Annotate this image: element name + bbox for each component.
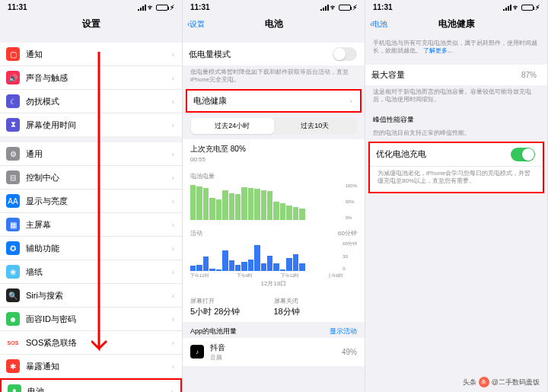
app-icon-douyin: ♪ (190, 345, 204, 359)
settings-row[interactable]: SOSSOS紧急联络› (0, 331, 182, 355)
chevron-right-icon: › (172, 50, 174, 59)
status-bar: 11:31 ᯤ ⚡︎ (0, 0, 182, 14)
nav-bar: ‹ 电池 电池健康 (365, 14, 547, 37)
chevron-right-icon: › (350, 97, 352, 105)
max-capacity-footer: 这是相对于新电池而言的电池容量。容量较低可能导致充电后，电池使用时间缩短。 (365, 85, 547, 107)
status-bar: 11:31 ᯤ⚡︎ (365, 0, 547, 14)
low-power-footer: 低电量模式将暂时降低如下载和邮件获取等后台活动，直至iPhone完全充电。 (183, 65, 365, 88)
optimize-footer: 为减缓电池老化，iPhone会学习您每日的充电模式，并暂缓充电至80%以上，直至… (370, 167, 543, 192)
page-title: 电池健康 (438, 18, 475, 30)
row-icon: ✪ (6, 241, 20, 255)
settings-row[interactable]: ⚙通用› (0, 142, 182, 166)
row-label: 显示与亮度 (26, 196, 172, 207)
battery-level-chart: 电池电量 100%50%0% (183, 167, 365, 225)
row-label: 辅助功能 (26, 243, 172, 254)
row-label: SOS紧急联络 (26, 337, 172, 349)
row-label: 暴露通知 (26, 361, 172, 372)
chevron-right-icon: › (172, 197, 174, 206)
low-power-row[interactable]: 低电量模式 (183, 43, 365, 65)
row-icon: ▢ (6, 47, 20, 61)
row-label: 主屏幕 (26, 219, 172, 231)
settings-row[interactable]: ▮电池› (0, 378, 182, 392)
row-icon: ⚙ (6, 147, 20, 161)
row-icon: AA (6, 194, 20, 208)
row-label: 通知 (26, 49, 172, 60)
chevron-right-icon: › (172, 97, 174, 106)
settings-row[interactable]: ⧗屏幕使用时间› (0, 113, 182, 136)
row-icon: ❀ (6, 265, 20, 279)
time-range-segment[interactable]: 过去24小时 过去10天 (190, 117, 357, 135)
settings-row[interactable]: 🔍Siri与搜索› (0, 284, 182, 308)
chevron-right-icon: › (172, 268, 174, 276)
back-button[interactable]: ‹ 电池 (370, 19, 387, 30)
chevron-right-icon: › (172, 362, 174, 371)
page-title: 设置 (82, 18, 100, 30)
row-label: Siri与搜索 (26, 290, 172, 301)
row-icon: ☾ (6, 94, 20, 108)
battery-health-panel: 11:31 ᯤ⚡︎ ‹ 电池 电池健康 手机电池与所有可充电电池类似，属于易耗部… (365, 0, 548, 392)
app-row[interactable]: ♪ 抖音 音频 49% (183, 338, 365, 366)
status-time: 11:31 (8, 3, 27, 11)
row-label: 面容ID与密码 (26, 314, 172, 325)
settings-row[interactable]: ⊟控制中心› (0, 166, 182, 190)
max-capacity-row: 最大容量 87% (365, 65, 547, 85)
row-icon: ⊟ (6, 171, 20, 184)
settings-row[interactable]: ☻面容ID与密码› (0, 308, 182, 331)
battery-health-content[interactable]: 手机电池与所有可充电电池类似，属于易耗部件，使用时间越长，效能就越低。 了解更多… (365, 37, 547, 392)
row-icon: ✱ (6, 359, 20, 373)
low-power-toggle[interactable] (333, 47, 357, 61)
settings-row[interactable]: ▢通知› (0, 43, 182, 66)
row-label: 控制中心 (26, 172, 172, 183)
seg-24h[interactable]: 过去24小时 (191, 118, 274, 134)
status-time: 11:31 (373, 3, 393, 11)
page-title: 电池 (265, 18, 283, 30)
intro-text: 手机电池与所有可充电电池类似，属于易耗部件，使用时间越长，效能就越低。 了解更多… (365, 37, 547, 59)
battery-panel: 11:31 ᯤ⚡︎ ‹ 设置 电池 低电量模式 低电量模式将暂时降低如下载和邮件… (183, 0, 365, 392)
settings-row[interactable]: ❀墙纸› (0, 260, 182, 284)
row-icon: SOS (6, 336, 20, 349)
settings-row[interactable]: ✱暴露通知› (0, 355, 182, 378)
settings-row[interactable]: AA显示与亮度› (0, 190, 182, 213)
row-label: 电池 (27, 386, 170, 393)
chevron-right-icon: › (172, 292, 174, 300)
attribution-icon: 条 (479, 377, 489, 387)
back-button[interactable]: ‹ 设置 (187, 19, 205, 30)
chevron-right-icon: › (172, 121, 174, 129)
app-usage-header: App的电池用量 显示活动 (183, 322, 365, 338)
optimize-charging-row[interactable]: 优化电池充电 (370, 143, 543, 167)
row-icon: ⧗ (6, 118, 20, 132)
status-bar: 11:31 ᯤ⚡︎ (183, 0, 365, 14)
settings-row[interactable]: 🔊声音与触感› (0, 66, 182, 90)
chevron-right-icon: › (172, 339, 174, 347)
nav-bar: ‹ 设置 电池 (183, 14, 365, 37)
learn-more-link[interactable]: 了解更多... (423, 47, 453, 54)
settings-list[interactable]: ▢通知›🔊声音与触感›☾勿扰模式›⧗屏幕使用时间›⚙通用›⊟控制中心›AA显示与… (0, 37, 182, 392)
settings-panel: 11:31 ᯤ ⚡︎ 设置 ▢通知›🔊声音与触感›☾勿扰模式›⧗屏幕使用时间›⚙… (0, 0, 183, 392)
row-label: 屏幕使用时间 (26, 120, 172, 131)
screen-time-stats: 屏幕打开5小时 28分钟 屏幕关闭18分钟 (183, 292, 365, 322)
chevron-right-icon: › (170, 387, 173, 393)
status-right: ᯤ ⚡︎ (138, 4, 174, 11)
battery-health-row[interactable]: 电池健康 › (187, 91, 360, 111)
peak-perf-footer: 您的电池目前支持正常的峰值性能。 (365, 126, 547, 140)
settings-row[interactable]: ☾勿扰模式› (0, 90, 182, 113)
chevron-right-icon: › (172, 221, 174, 229)
settings-row[interactable]: ▦主屏幕› (0, 213, 182, 237)
seg-10d[interactable]: 过去10天 (274, 118, 357, 134)
last-charge-block: 上次充电至 80% 00:55 (183, 139, 365, 167)
row-label: 声音与触感 (26, 72, 172, 84)
status-time: 11:31 (190, 3, 210, 11)
show-activity-link[interactable]: 显示活动 (330, 327, 357, 336)
chevron-right-icon: › (172, 174, 174, 182)
row-icon: 🔊 (6, 71, 20, 84)
chevron-right-icon: › (172, 315, 174, 323)
row-icon: ☻ (6, 312, 20, 326)
row-label: 墙纸 (26, 266, 172, 278)
row-icon: 🔍 (6, 288, 20, 302)
optimize-toggle[interactable] (511, 148, 535, 161)
battery-content[interactable]: 低电量模式 低电量模式将暂时降低如下载和邮件获取等后台活动，直至iPhone完全… (183, 37, 365, 392)
row-label: 勿扰模式 (26, 96, 172, 107)
attribution: 头条 条 @二手数码盖饭 (463, 377, 540, 387)
row-icon: ▦ (6, 218, 20, 231)
settings-row[interactable]: ✪辅助功能› (0, 237, 182, 260)
